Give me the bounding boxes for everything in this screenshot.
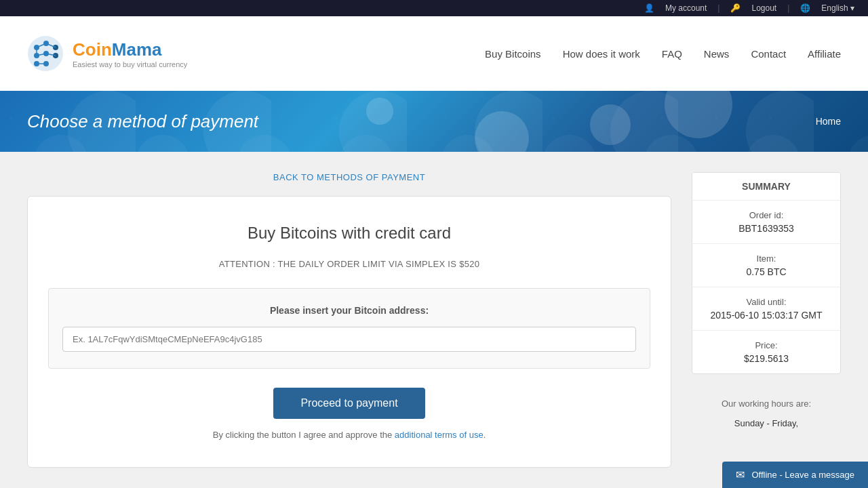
bitcoin-address-section: Please insert your Bitcoin address: xyxy=(48,288,650,369)
separator-1: | xyxy=(717,3,719,13)
my-account-link[interactable]: My account xyxy=(665,3,707,13)
bitcoin-address-label: Please insert your Bitcoin address: xyxy=(62,305,636,316)
terms-agreement-text: By clicking the button I agree and appro… xyxy=(48,430,650,440)
proceed-to-payment-button[interactable]: Proceed to payment xyxy=(273,388,425,419)
left-section: BACK TO METHODS OF PAYMENT Buy Bitcoins … xyxy=(27,172,671,468)
logo-area: CoinMama Easiest way to buy virtual curr… xyxy=(27,35,187,73)
top-bar: 👤 My account | 🔑 Logout | 🌐 English ▾ xyxy=(0,0,868,16)
page-title: Choose a method of payment xyxy=(27,111,816,132)
valid-until-label: Valid until: xyxy=(703,297,829,307)
logout-icon: 🔑 xyxy=(730,3,741,13)
right-section: SUMMARY Order id: BBT1639353 Item: 0.75 … xyxy=(692,172,841,468)
order-id-value: BBT1639353 xyxy=(703,223,829,234)
card-title: Buy Bitcoins with credit card xyxy=(48,224,650,243)
working-hours-section: Our working hours are: Sunday - Friday, xyxy=(692,388,841,440)
logout-link[interactable]: Logout xyxy=(751,3,776,13)
valid-until-row: Valid until: 2015-06-10 15:03:17 GMT xyxy=(692,287,840,331)
chat-widget-label: Offline - Leave a message xyxy=(751,470,854,480)
order-id-row: Order id: BBT1639353 xyxy=(692,201,840,244)
nav-news[interactable]: News xyxy=(704,48,730,60)
bitcoin-address-input[interactable] xyxy=(62,327,636,352)
attention-notice: ATTENTION : THE DAILY ORDER LIMIT VIA SI… xyxy=(48,259,650,269)
breadcrumb-home[interactable]: Home xyxy=(816,116,841,127)
valid-until-value: 2015-06-10 15:03:17 GMT xyxy=(703,310,829,321)
account-icon: 👤 xyxy=(644,3,654,13)
nav-affiliate[interactable]: Affiliate xyxy=(808,48,841,60)
nav-faq[interactable]: FAQ xyxy=(662,48,682,60)
payment-card: Buy Bitcoins with credit card ATTENTION … xyxy=(27,196,671,468)
working-hours-label: Our working hours are: xyxy=(703,396,830,411)
chat-icon: ✉ xyxy=(736,468,745,481)
main-content: BACK TO METHODS OF PAYMENT Buy Bitcoins … xyxy=(0,152,868,488)
nav-how-it-works[interactable]: How does it work xyxy=(563,48,640,60)
additional-terms-link[interactable]: additional terms of use xyxy=(395,430,484,440)
language-selector[interactable]: English ▾ xyxy=(821,3,854,13)
back-to-methods-link[interactable]: BACK TO METHODS OF PAYMENT xyxy=(27,172,671,182)
chat-widget[interactable]: ✉ Offline - Leave a message xyxy=(722,462,868,488)
order-id-label: Order id: xyxy=(703,210,829,220)
price-row: Price: $219.5613 xyxy=(692,331,840,373)
item-row: Item: 0.75 BTC xyxy=(692,244,840,287)
brand-name: CoinMama xyxy=(73,39,187,60)
main-nav: Buy Bitcoins How does it work FAQ News C… xyxy=(485,48,841,60)
logo-text: CoinMama Easiest way to buy virtual curr… xyxy=(73,39,187,68)
price-label: Price: xyxy=(703,340,829,350)
summary-title: SUMMARY xyxy=(692,173,840,201)
summary-box: SUMMARY Order id: BBT1639353 Item: 0.75 … xyxy=(692,172,841,374)
nav-contact[interactable]: Contact xyxy=(751,48,786,60)
item-label: Item: xyxy=(703,253,829,264)
working-hours-days: Sunday - Friday, xyxy=(703,415,830,431)
coinmama-logo-icon xyxy=(27,35,64,73)
item-value: 0.75 BTC xyxy=(703,266,829,277)
language-icon: 🌐 xyxy=(800,3,810,13)
logo-tagline: Easiest way to buy virtual currency xyxy=(73,60,187,68)
price-value: $219.5613 xyxy=(703,353,829,364)
nav-buy-bitcoins[interactable]: Buy Bitcoins xyxy=(485,48,541,60)
separator-2: | xyxy=(787,3,789,13)
site-header: CoinMama Easiest way to buy virtual curr… xyxy=(0,16,868,91)
hero-banner: Choose a method of payment Home xyxy=(0,91,868,152)
